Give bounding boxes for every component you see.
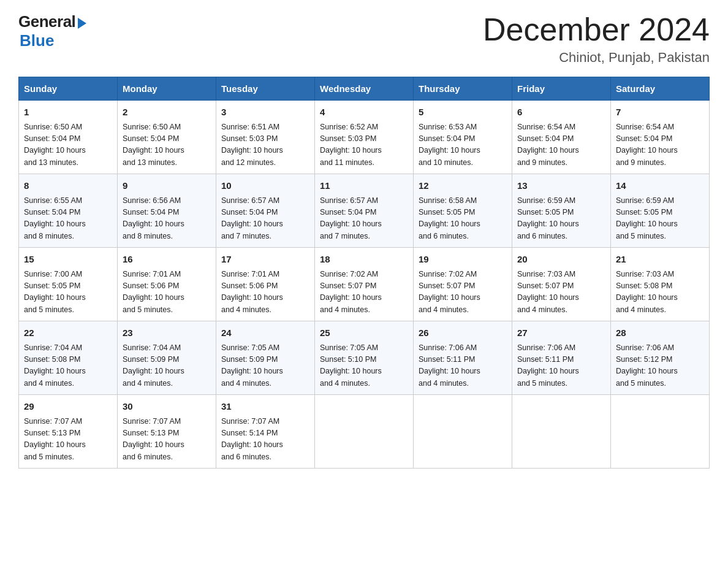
month-year-title: December 2024: [483, 12, 710, 47]
day-info: Sunrise: 6:56 AMSunset: 5:04 PMDaylight:…: [123, 195, 211, 243]
day-info: Sunrise: 6:50 AMSunset: 5:04 PMDaylight:…: [123, 121, 211, 169]
day-info: Sunrise: 7:02 AMSunset: 5:07 PMDaylight:…: [419, 269, 507, 316]
day-number: 21: [616, 253, 704, 267]
day-number: 14: [616, 179, 704, 193]
location-subtitle: Chiniot, Punjab, Pakistan: [483, 50, 710, 66]
header-wednesday: Wednesday: [315, 77, 414, 101]
calendar-cell: 21Sunrise: 7:03 AMSunset: 5:08 PMDayligh…: [611, 248, 710, 321]
calendar-cell: 30Sunrise: 7:07 AMSunset: 5:13 PMDayligh…: [118, 395, 216, 469]
calendar-cell: [414, 395, 512, 469]
day-number: 30: [123, 400, 211, 414]
calendar-cell: 10Sunrise: 6:57 AMSunset: 5:04 PMDayligh…: [216, 174, 315, 248]
day-info: Sunrise: 6:57 AMSunset: 5:04 PMDaylight:…: [221, 195, 309, 243]
calendar-cell: 15Sunrise: 7:00 AMSunset: 5:05 PMDayligh…: [19, 248, 118, 321]
day-info: Sunrise: 7:03 AMSunset: 5:08 PMDaylight:…: [616, 269, 704, 316]
day-number: 11: [320, 179, 408, 193]
day-number: 24: [221, 326, 309, 340]
calendar-cell: 28Sunrise: 7:06 AMSunset: 5:12 PMDayligh…: [611, 321, 710, 395]
day-info: Sunrise: 7:07 AMSunset: 5:13 PMDaylight:…: [24, 416, 112, 464]
day-number: 2: [123, 105, 211, 120]
calendar-cell: 26Sunrise: 7:06 AMSunset: 5:11 PMDayligh…: [414, 321, 512, 395]
calendar-cell: 6Sunrise: 6:54 AMSunset: 5:04 PMDaylight…: [512, 101, 611, 174]
day-number: 29: [24, 400, 112, 414]
header-thursday: Thursday: [414, 77, 512, 101]
day-number: 7: [616, 105, 704, 120]
day-number: 23: [123, 326, 211, 340]
calendar-cell: 3Sunrise: 6:51 AMSunset: 5:03 PMDaylight…: [216, 101, 315, 174]
calendar-cell: 27Sunrise: 7:06 AMSunset: 5:11 PMDayligh…: [512, 321, 611, 395]
header-friday: Friday: [512, 77, 611, 101]
day-info: Sunrise: 7:00 AMSunset: 5:05 PMDaylight:…: [24, 269, 112, 316]
day-info: Sunrise: 7:04 AMSunset: 5:09 PMDaylight:…: [123, 342, 211, 390]
day-number: 17: [221, 253, 309, 267]
day-info: Sunrise: 6:53 AMSunset: 5:04 PMDaylight:…: [419, 121, 507, 169]
day-number: 8: [24, 179, 112, 193]
calendar-cell: 18Sunrise: 7:02 AMSunset: 5:07 PMDayligh…: [315, 248, 414, 321]
day-number: 22: [24, 326, 112, 340]
calendar-cell: 1Sunrise: 6:50 AMSunset: 5:04 PMDaylight…: [19, 101, 118, 174]
day-number: 25: [320, 326, 408, 340]
calendar-header-row: SundayMondayTuesdayWednesdayThursdayFrid…: [19, 77, 710, 101]
day-info: Sunrise: 6:59 AMSunset: 5:05 PMDaylight:…: [616, 195, 704, 243]
week-row-4: 22Sunrise: 7:04 AMSunset: 5:08 PMDayligh…: [19, 321, 710, 395]
day-info: Sunrise: 7:05 AMSunset: 5:09 PMDaylight:…: [221, 342, 309, 390]
calendar-cell: 24Sunrise: 7:05 AMSunset: 5:09 PMDayligh…: [216, 321, 315, 395]
day-info: Sunrise: 6:54 AMSunset: 5:04 PMDaylight:…: [517, 121, 605, 169]
calendar-cell: 4Sunrise: 6:52 AMSunset: 5:03 PMDaylight…: [315, 101, 414, 174]
day-number: 12: [419, 179, 507, 193]
day-info: Sunrise: 6:59 AMSunset: 5:05 PMDaylight:…: [517, 195, 605, 243]
day-info: Sunrise: 6:57 AMSunset: 5:04 PMDaylight:…: [320, 195, 408, 243]
day-info: Sunrise: 6:55 AMSunset: 5:04 PMDaylight:…: [24, 195, 112, 243]
calendar-cell: 5Sunrise: 6:53 AMSunset: 5:04 PMDaylight…: [414, 101, 512, 174]
day-number: 1: [24, 105, 112, 120]
header-saturday: Saturday: [611, 77, 710, 101]
day-info: Sunrise: 6:58 AMSunset: 5:05 PMDaylight:…: [419, 195, 507, 243]
calendar-cell: 7Sunrise: 6:54 AMSunset: 5:04 PMDaylight…: [611, 101, 710, 174]
day-number: 20: [517, 253, 605, 267]
day-number: 19: [419, 253, 507, 267]
calendar-cell: 11Sunrise: 6:57 AMSunset: 5:04 PMDayligh…: [315, 174, 414, 248]
day-number: 4: [320, 105, 408, 120]
day-number: 15: [24, 253, 112, 267]
day-number: 5: [419, 105, 507, 120]
day-number: 18: [320, 253, 408, 267]
day-number: 26: [419, 326, 507, 340]
day-info: Sunrise: 7:07 AMSunset: 5:14 PMDaylight:…: [221, 416, 309, 464]
calendar-cell: [315, 395, 414, 469]
calendar-cell: 2Sunrise: 6:50 AMSunset: 5:04 PMDaylight…: [118, 101, 216, 174]
calendar-cell: 9Sunrise: 6:56 AMSunset: 5:04 PMDaylight…: [118, 174, 216, 248]
title-section: December 2024 Chiniot, Punjab, Pakistan: [483, 12, 710, 66]
calendar-cell: 12Sunrise: 6:58 AMSunset: 5:05 PMDayligh…: [414, 174, 512, 248]
day-number: 28: [616, 326, 704, 340]
logo: General Blue: [18, 12, 86, 50]
header-monday: Monday: [118, 77, 216, 101]
week-row-3: 15Sunrise: 7:00 AMSunset: 5:05 PMDayligh…: [19, 248, 710, 321]
week-row-2: 8Sunrise: 6:55 AMSunset: 5:04 PMDaylight…: [19, 174, 710, 248]
day-info: Sunrise: 7:07 AMSunset: 5:13 PMDaylight:…: [123, 416, 211, 464]
calendar-cell: 17Sunrise: 7:01 AMSunset: 5:06 PMDayligh…: [216, 248, 315, 321]
calendar-cell: 8Sunrise: 6:55 AMSunset: 5:04 PMDaylight…: [19, 174, 118, 248]
day-number: 27: [517, 326, 605, 340]
calendar-cell: [611, 395, 710, 469]
calendar-cell: 25Sunrise: 7:05 AMSunset: 5:10 PMDayligh…: [315, 321, 414, 395]
day-info: Sunrise: 7:06 AMSunset: 5:11 PMDaylight:…: [419, 342, 507, 390]
day-info: Sunrise: 7:05 AMSunset: 5:10 PMDaylight:…: [320, 342, 408, 390]
calendar-table: SundayMondayTuesdayWednesdayThursdayFrid…: [18, 77, 710, 469]
day-number: 13: [517, 179, 605, 193]
calendar-cell: 16Sunrise: 7:01 AMSunset: 5:06 PMDayligh…: [118, 248, 216, 321]
day-number: 16: [123, 253, 211, 267]
logo-triangle-icon: [78, 18, 86, 29]
calendar-cell: 31Sunrise: 7:07 AMSunset: 5:14 PMDayligh…: [216, 395, 315, 469]
header-sunday: Sunday: [19, 77, 118, 101]
day-info: Sunrise: 7:04 AMSunset: 5:08 PMDaylight:…: [24, 342, 112, 390]
day-info: Sunrise: 7:03 AMSunset: 5:07 PMDaylight:…: [517, 269, 605, 316]
day-number: 9: [123, 179, 211, 193]
calendar-cell: 22Sunrise: 7:04 AMSunset: 5:08 PMDayligh…: [19, 321, 118, 395]
calendar-cell: 14Sunrise: 6:59 AMSunset: 5:05 PMDayligh…: [611, 174, 710, 248]
week-row-5: 29Sunrise: 7:07 AMSunset: 5:13 PMDayligh…: [19, 395, 710, 469]
day-info: Sunrise: 6:54 AMSunset: 5:04 PMDaylight:…: [616, 121, 704, 169]
day-info: Sunrise: 6:50 AMSunset: 5:04 PMDaylight:…: [24, 121, 112, 169]
day-info: Sunrise: 6:52 AMSunset: 5:03 PMDaylight:…: [320, 121, 408, 169]
calendar-cell: 20Sunrise: 7:03 AMSunset: 5:07 PMDayligh…: [512, 248, 611, 321]
calendar-cell: 13Sunrise: 6:59 AMSunset: 5:05 PMDayligh…: [512, 174, 611, 248]
